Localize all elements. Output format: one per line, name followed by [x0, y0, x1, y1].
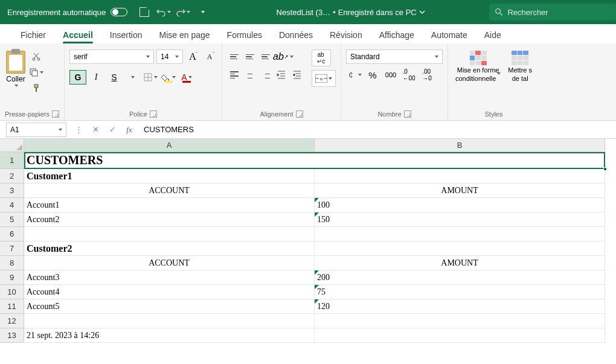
font-size-select[interactable]: 14	[156, 49, 183, 64]
cell-b10[interactable]: 75	[315, 285, 605, 299]
col-header-a[interactable]: A	[24, 139, 315, 152]
fill-handle[interactable]	[603, 167, 607, 171]
fx-cancel[interactable]: ✕	[87, 123, 104, 137]
row-header[interactable]: 6	[0, 227, 24, 241]
cell-a5[interactable]: Account2	[24, 212, 315, 227]
cell-a4[interactable]: Account1	[24, 198, 315, 212]
row-header[interactable]: 7	[0, 241, 24, 256]
cell-a6[interactable]	[24, 227, 315, 241]
conditional-formatting-button[interactable]: Mise en forme conditionnelle	[453, 49, 503, 83]
indent-decrease[interactable]	[274, 68, 289, 82]
font-launcher[interactable]	[150, 110, 157, 118]
cell-b4[interactable]: 100	[315, 198, 605, 212]
col-header-b[interactable]: B	[315, 139, 605, 152]
cell-a9[interactable]: Account3	[24, 270, 315, 285]
tab-view[interactable]: Affichage	[371, 27, 423, 43]
cell-a1[interactable]: CUSTOMERS	[24, 152, 605, 169]
select-all-corner[interactable]	[0, 139, 24, 152]
row-header[interactable]: 11	[0, 299, 24, 314]
cell-b13[interactable]	[315, 328, 605, 343]
thousands-button[interactable]: 000	[382, 68, 399, 82]
format-table-button[interactable]: Mettre s de tal	[505, 49, 534, 83]
cell-a3[interactable]: ACCOUNT	[24, 184, 315, 198]
merge-button[interactable]: a	[312, 70, 336, 87]
row-header[interactable]: 8	[0, 256, 24, 270]
cell-b6[interactable]	[315, 227, 605, 241]
format-painter-button[interactable]	[29, 81, 43, 95]
cell-b12[interactable]	[315, 314, 605, 328]
cell-b9[interactable]: 200	[315, 270, 605, 285]
qat-overflow[interactable]	[193, 2, 212, 22]
valign-bottom[interactable]	[258, 49, 273, 64]
borders-button[interactable]	[142, 70, 159, 85]
cell-a7[interactable]: Customer2	[24, 241, 315, 256]
search-box[interactable]	[489, 4, 616, 21]
row-header[interactable]: 9	[0, 270, 24, 285]
cell-a13[interactable]: 21 sept. 2023 à 14:26	[24, 328, 315, 343]
percent-button[interactable]: %	[364, 68, 381, 82]
cell-a8[interactable]: ACCOUNT	[24, 256, 315, 270]
decrease-decimal-button[interactable]: .00→0	[419, 68, 435, 82]
alignment-launcher[interactable]	[296, 110, 303, 118]
filename-area[interactable]: NestedList (3… • Enregistré dans ce PC	[212, 8, 489, 17]
tab-insert[interactable]: Insertion	[101, 27, 151, 43]
tab-help[interactable]: Aide	[476, 27, 510, 43]
indent-increase[interactable]	[290, 68, 304, 82]
search-input[interactable]	[507, 8, 610, 17]
cell-b5[interactable]: 150	[315, 212, 605, 227]
paste-button[interactable]: Coller	[5, 49, 27, 88]
number-launcher[interactable]	[404, 110, 411, 118]
font-color-button[interactable]: A	[178, 70, 195, 85]
tab-home[interactable]: Accueil	[54, 27, 101, 43]
row-header[interactable]: 4	[0, 198, 24, 212]
clipboard-launcher[interactable]	[52, 110, 59, 118]
fill-color-button[interactable]	[160, 70, 177, 85]
cell-b2[interactable]	[315, 169, 605, 184]
save-button[interactable]	[135, 2, 154, 22]
underline-more[interactable]	[124, 70, 141, 85]
cell-b8[interactable]: AMOUNT	[315, 256, 605, 270]
cell-a12[interactable]	[24, 314, 315, 328]
row-header[interactable]: 2	[0, 169, 24, 184]
tab-data[interactable]: Données	[271, 27, 321, 43]
halign-right[interactable]	[258, 68, 273, 82]
cell-a2[interactable]: Customer1	[24, 169, 315, 184]
wrap-text-button[interactable]: ab↵c	[312, 49, 331, 66]
decrease-font-button[interactable]: Aˇ	[202, 49, 217, 64]
cell-b3[interactable]: AMOUNT	[315, 184, 605, 198]
row-header[interactable]: 13	[0, 328, 24, 343]
row-header[interactable]: 12	[0, 314, 24, 328]
bold-button[interactable]: G	[69, 70, 86, 85]
row-header[interactable]: 10	[0, 285, 24, 299]
font-family-select[interactable]: serif	[69, 49, 154, 64]
cell-b11[interactable]: 120	[315, 299, 605, 314]
row-header[interactable]: 1	[0, 152, 24, 169]
fx-button[interactable]: fx	[121, 123, 138, 137]
name-box[interactable]: A1	[6, 123, 66, 137]
autosave-toggle[interactable]	[111, 8, 127, 16]
cell-a10[interactable]: Account4	[24, 285, 315, 299]
fx-dots[interactable]: ⋮	[70, 123, 87, 137]
tab-formulas[interactable]: Formules	[219, 27, 271, 43]
cell-b7[interactable]	[315, 241, 605, 256]
redo-button[interactable]	[173, 2, 193, 22]
valign-top[interactable]	[227, 49, 242, 64]
formula-input[interactable]: CUSTOMERS	[138, 125, 616, 134]
copy-button[interactable]	[29, 65, 43, 80]
fx-enter[interactable]: ✓	[104, 123, 121, 137]
halign-center[interactable]	[243, 68, 257, 82]
tab-file[interactable]: Fichier	[12, 27, 54, 43]
number-format-select[interactable]: Standard	[346, 49, 443, 64]
valign-middle[interactable]	[243, 49, 257, 64]
increase-decimal-button[interactable]: .0←00	[400, 68, 417, 82]
row-header[interactable]: 5	[0, 212, 24, 227]
cut-button[interactable]	[29, 49, 43, 64]
accounting-button[interactable]: ₵	[346, 68, 363, 82]
halign-left[interactable]	[227, 68, 242, 82]
increase-font-button[interactable]: Aˆ	[185, 49, 200, 64]
italic-button[interactable]: I	[88, 70, 104, 85]
row-header[interactable]: 3	[0, 184, 24, 198]
tab-automate[interactable]: Automate	[423, 27, 476, 43]
tab-review[interactable]: Révision	[321, 27, 371, 43]
cell-a11[interactable]: Account5	[24, 299, 315, 314]
